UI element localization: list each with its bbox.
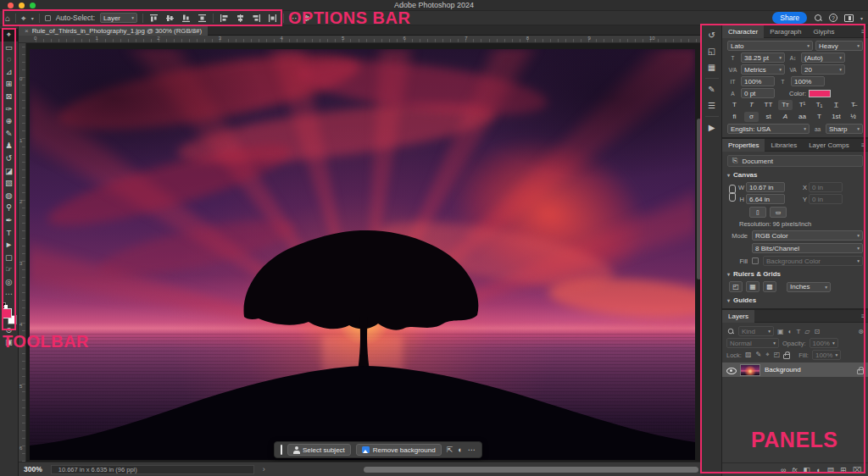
type-layer-filter-icon[interactable]: T [796, 328, 800, 335]
ot-contextual-button[interactable]: σ [744, 112, 759, 122]
ot-fractions-button[interactable]: ½ [846, 112, 860, 122]
units-dropdown[interactable]: Inches [787, 282, 831, 292]
tab-character[interactable]: Character [722, 25, 764, 38]
rulers-grids-section-header[interactable]: ▾ Rulers & Grids [727, 268, 863, 279]
workspace-switcher-icon[interactable] [844, 14, 854, 22]
pen-tool[interactable]: ✒ [0, 214, 19, 227]
distribute-vertical-icon[interactable] [197, 13, 208, 24]
lock-all-icon[interactable] [783, 354, 790, 359]
adjustments-icon[interactable]: ◐ [458, 446, 462, 454]
select-subject-button[interactable]: Select subject [287, 444, 351, 456]
toggle-rulers-button[interactable]: ◰ [729, 281, 743, 292]
underline-button[interactable]: T̲ [829, 100, 843, 110]
strikethrough-button[interactable]: T̶ [846, 100, 860, 110]
bit-depth-dropdown[interactable]: 8 Bits/Channel [752, 243, 863, 253]
more-options-icon[interactable]: ⋯ [289, 11, 298, 25]
smart-object-filter-icon[interactable]: ⊡ [814, 328, 820, 335]
dodge-tool[interactable]: ⚲ [0, 202, 19, 214]
document-canvas[interactable] [30, 49, 695, 460]
delete-layer-icon[interactable]: ⌧ [853, 466, 861, 474]
clone-source-panel-icon[interactable]: ◱ [708, 47, 715, 56]
move-tool-preset-icon[interactable]: ⌖ [21, 11, 26, 25]
home-icon[interactable]: ⌂ [5, 11, 10, 25]
path-selection-tool[interactable]: ► [0, 239, 19, 252]
libraries-panel-icon[interactable]: ▦ [708, 63, 715, 72]
vertical-scale-field[interactable]: 100% [741, 76, 775, 86]
subscript-button[interactable]: T₁ [812, 100, 826, 110]
type-tool[interactable]: T [0, 227, 19, 240]
align-right-edges-icon[interactable] [251, 13, 262, 24]
search-icon[interactable] [814, 14, 822, 22]
panel-menu-icon[interactable]: ≡ [861, 310, 865, 323]
ot-ordinals-button[interactable]: 1st [829, 112, 843, 122]
layer-mask-icon[interactable]: ◧ [804, 466, 811, 474]
faux-bold-button[interactable]: T [727, 100, 742, 110]
height-field[interactable]: 6.64 in [746, 194, 785, 204]
small-caps-button[interactable]: Tᴛ [778, 100, 793, 110]
ot-swash-button[interactable]: A [778, 112, 793, 122]
align-left-edges-icon[interactable] [219, 13, 230, 24]
brush-settings-panel-icon[interactable]: ✎ [708, 85, 715, 94]
portrait-orientation-button[interactable]: ▯ [749, 207, 766, 218]
guides-section-header[interactable]: ▾ Guides [727, 295, 863, 305]
width-field[interactable]: 10.67 in [746, 182, 785, 192]
canvas-section-header[interactable]: ▾ Canvas [727, 169, 863, 180]
auto-select-dropdown[interactable]: Layer [100, 13, 137, 23]
eraser-tool[interactable]: ◪ [0, 165, 19, 178]
all-caps-button[interactable]: TT [761, 100, 776, 110]
gradient-tool[interactable]: ▧ [0, 177, 19, 190]
align-horizontal-centers-icon[interactable] [235, 13, 246, 24]
layer-row-background[interactable]: Background [722, 363, 868, 377]
adjustment-layer-filter-icon[interactable]: ◐ [788, 328, 793, 335]
panel-menu-icon[interactable]: ≡ [861, 139, 865, 152]
auto-select-checkbox[interactable] [45, 15, 51, 21]
ot-ligatures-button[interactable]: fi [727, 112, 742, 122]
landscape-orientation-button[interactable]: ▭ [770, 207, 787, 218]
filter-toggle-icon[interactable]: ⊛ [858, 328, 864, 335]
language-dropdown[interactable]: English: USA [727, 124, 810, 134]
quick-mask-button[interactable]: ⊙ [0, 324, 19, 336]
tab-paragraph[interactable]: Paragraph [764, 25, 807, 38]
shape-layer-filter-icon[interactable]: ▱ [804, 328, 810, 335]
status-chevron-icon[interactable]: › [263, 465, 265, 473]
blur-tool[interactable]: ◍ [0, 190, 19, 202]
document-type-row[interactable]: ⎘ Document [727, 155, 863, 167]
ot-stylistic-button[interactable]: aa [795, 112, 810, 122]
actions-panel-icon[interactable]: ▶ [709, 123, 715, 132]
shape-tool[interactable]: ▢ [0, 252, 19, 264]
foreground-color-swatch[interactable] [2, 308, 12, 318]
clone-stamp-tool[interactable]: ♟ [0, 140, 19, 152]
toggle-grid-button[interactable]: ▦ [746, 281, 760, 292]
lock-transparency-icon[interactable]: ▨ [745, 351, 752, 359]
fill-checkbox[interactable] [752, 257, 759, 264]
text-color-swatch[interactable] [809, 90, 831, 97]
kerning-dropdown[interactable]: Metrics [741, 64, 785, 75]
hand-tool[interactable]: ☞ [0, 263, 19, 276]
zoom-level[interactable]: 300% [24, 465, 42, 473]
workspace-gear-icon[interactable]: ☸ [303, 11, 310, 25]
tool-preset-caret-icon[interactable]: ▾ [31, 15, 34, 21]
tab-libraries[interactable]: Libraries [765, 139, 803, 152]
font-style-dropdown[interactable]: Heavy [815, 41, 863, 51]
tracking-dropdown[interactable]: 20 [801, 64, 845, 75]
tab-layers[interactable]: Layers [722, 310, 754, 323]
ot-discretionary-button[interactable]: st [761, 112, 776, 122]
object-selection-tool[interactable]: ⊿ [0, 66, 19, 79]
toggle-pixel-grid-button[interactable]: ▩ [763, 281, 776, 292]
leading-dropdown[interactable]: (Auto) [801, 53, 845, 63]
horizontal-scrollbar[interactable] [364, 467, 698, 473]
link-layers-icon[interactable]: ∞ [781, 466, 786, 474]
layer-visibility-icon[interactable] [726, 366, 736, 374]
tab-properties[interactable]: Properties [722, 139, 765, 152]
help-icon[interactable]: ? [829, 14, 837, 22]
remove-background-button[interactable]: Remove background [356, 444, 442, 456]
brush-tool[interactable]: ✎ [0, 128, 19, 141]
constrain-link-icon[interactable] [728, 184, 735, 202]
frame-tool[interactable]: ⊠ [0, 91, 19, 103]
default-colors-icon[interactable] [2, 302, 6, 307]
screen-mode-button[interactable]: ▣ [0, 336, 19, 348]
close-tab-icon[interactable]: × [25, 27, 29, 35]
align-top-edges-icon[interactable] [148, 13, 159, 24]
share-button[interactable]: Share [772, 12, 807, 24]
horizontal-scale-field[interactable]: 100% [791, 76, 825, 86]
